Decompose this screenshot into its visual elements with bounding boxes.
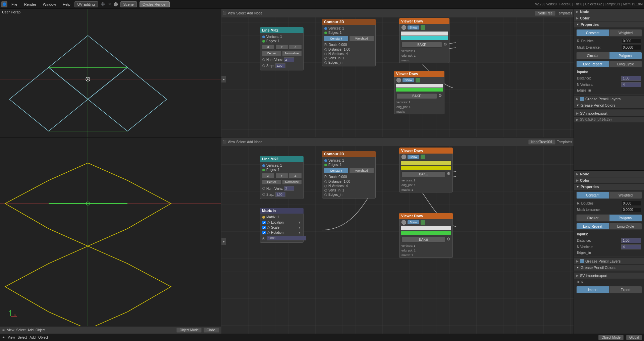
center-btn-top[interactable]: Center (262, 51, 281, 56)
sv-import-header-bottom[interactable]: ▶ SV import/export (574, 273, 644, 279)
line-mk2-node-bottom[interactable]: Line MK2 Vertices: 1 Edges: 1 X Y Z (260, 156, 304, 199)
circular-btn-top[interactable]: Circular (576, 52, 609, 59)
bottom-object[interactable]: Object (38, 336, 48, 339)
gp-layers-checkbox-top[interactable] (580, 97, 584, 101)
contour-2d-node-top[interactable]: Contour 2D Vertices: 1 Edges: 1 Constant… (322, 19, 376, 66)
node-menu-top[interactable]: Node (254, 11, 262, 15)
object-menu[interactable]: Object (36, 328, 45, 332)
bottom-select[interactable]: Select (18, 336, 27, 339)
view-menu-top[interactable]: View (228, 11, 235, 15)
viewport-3d[interactable]: User Persp (0, 9, 221, 334)
add-menu[interactable]: Add (28, 328, 34, 332)
templates-bottom[interactable]: Templates (557, 140, 572, 144)
normalize-btn-top[interactable]: Normalize (282, 51, 302, 56)
node-editor-top[interactable]: ⬛ View Select Add Node NodeTree Template… (221, 9, 574, 137)
z-btn-top[interactable]: Z (289, 44, 302, 50)
scene-selector[interactable]: Scene (120, 1, 137, 7)
select-menu[interactable]: Select (16, 328, 26, 332)
long-repeat-btn-top[interactable]: Long Repeat (576, 61, 609, 67)
settings-icon-top[interactable]: ⚙ (443, 42, 447, 48)
nverts-input-top[interactable] (621, 82, 641, 87)
constant-btn-bottom-prop[interactable]: Constant (576, 191, 609, 199)
step-input-top[interactable] (275, 63, 285, 68)
bnumverts-input[interactable] (284, 186, 294, 191)
settings-icon-mid[interactable]: ⚙ (438, 93, 442, 99)
y-btn-top[interactable]: Y (275, 44, 288, 50)
weighted-btn-top-prop[interactable]: Weighted (609, 29, 642, 37)
node-section-header-top[interactable]: ▶ Node (574, 9, 644, 15)
line-mk2-node-top[interactable]: Line MK2 Vertices: 1 Edges: 1 X Y Z (260, 27, 304, 70)
show-btn-top[interactable]: Show (408, 25, 419, 30)
editor-type[interactable]: UV Editing (74, 1, 98, 7)
gp-colors-header-top[interactable]: ▼ Grease Pencil Colors (574, 102, 644, 109)
nodetree-selector-top[interactable]: NodeTree (535, 11, 555, 16)
r-doubles-input-top[interactable] (621, 39, 641, 44)
constant-btn-top-prop[interactable]: Constant (576, 29, 609, 37)
export-btn[interactable]: Export (609, 286, 642, 293)
bottom-view[interactable]: View (8, 336, 15, 339)
mask-tol-input-top[interactable] (621, 45, 641, 50)
x-icon[interactable]: ✕ (108, 2, 111, 6)
x-btn-top[interactable]: X (262, 44, 275, 50)
sv-import-header-top[interactable]: ▶ SV import/export (574, 110, 644, 117)
gp-layers-checkbox-bottom[interactable] (580, 259, 584, 263)
by-btn[interactable]: Y (275, 173, 288, 178)
viewer-draw-bottom-btm[interactable]: Viewer Draw Show BAKE ⚙ vertices: 1 edg_… (399, 213, 453, 258)
properties-section-header-top[interactable]: ▼ Properties (574, 21, 644, 28)
add-menu-top[interactable]: Add (247, 11, 253, 15)
constant-btn-c2d-top[interactable]: Constant (324, 36, 348, 41)
view-menu-bottom[interactable]: View (228, 140, 235, 144)
viewer-draw-bottom-top[interactable]: Viewer Draw Show BAKE ⚙ vertices: 1 edg_… (399, 148, 453, 192)
poligonal-btn-top[interactable]: Poligonal (609, 52, 642, 59)
view-menu[interactable]: View (7, 328, 14, 332)
top-menu[interactable]: File Render Window Help (10, 2, 72, 7)
add-menu-bottom[interactable]: Add (247, 140, 253, 144)
bake-btn-top[interactable]: BAKE (401, 42, 442, 48)
scale-checkbox[interactable] (262, 226, 266, 229)
menu-file[interactable]: File (10, 2, 19, 7)
gp-layers-header-top[interactable]: ▶ Grease Pencil Layers (574, 96, 644, 102)
show-btn-mid[interactable]: Show (402, 78, 414, 82)
bcenter-btn[interactable]: Center (262, 179, 281, 185)
bottom-global[interactable]: Global (626, 335, 642, 340)
distance-input-top[interactable] (621, 76, 641, 81)
import-btn[interactable]: Import (576, 286, 609, 293)
node-section-header-bottom[interactable]: ▶ Node (574, 171, 644, 177)
show-toggle-btop[interactable] (401, 155, 406, 159)
long-repeat-btn-bottom[interactable]: Long Repeat (576, 223, 609, 230)
settings-icon-btop[interactable]: ⚙ (447, 171, 450, 177)
menu-help[interactable]: Help (61, 2, 72, 7)
menu-render[interactable]: Render (23, 2, 38, 7)
bake-btn-mid[interactable]: BAKE (396, 93, 437, 99)
view-icon[interactable]: 👁 (2, 329, 5, 332)
weighted-btn-c2d-top[interactable]: Weighted (349, 36, 374, 41)
left-arrow-top[interactable]: ▶ (221, 76, 226, 82)
location-checkbox[interactable] (262, 221, 266, 224)
node-editor-bottom[interactable]: ⬛ View Select Add Node NodeTree:001 Temp… (221, 137, 574, 334)
object-mode-selector[interactable]: Object Mode (176, 328, 202, 333)
global-selector[interactable]: Global (204, 328, 219, 333)
color-section-header-bottom[interactable]: ▶ Color (574, 177, 644, 184)
bnormalize-btn[interactable]: Normalize (282, 179, 302, 185)
properties-section-header-bottom[interactable]: ▼ Properties (574, 184, 644, 190)
render-engine[interactable]: Cycles Render (140, 1, 170, 7)
a-input[interactable] (267, 236, 306, 240)
bx-btn[interactable]: X (262, 173, 275, 178)
show-toggle-mid[interactable] (396, 78, 401, 82)
nodetree-selector-bottom[interactable]: NodeTree:001 (528, 139, 556, 145)
show-btn-bbtm[interactable]: Show (408, 220, 419, 224)
bake-btn-bbtm[interactable]: BAKE (401, 237, 445, 242)
weighted-btn-bottom-prop[interactable]: Weighted (609, 191, 642, 199)
show-toggle-bbtm[interactable] (401, 220, 406, 225)
viewport-top[interactable]: User Persp (0, 9, 221, 137)
bz-btn[interactable]: Z (289, 173, 302, 178)
contour-2d-node-bottom[interactable]: Contour 2D Vertices: 1 Edges: 1 Constant… (322, 151, 376, 198)
long-cycle-btn-top[interactable]: Long Cycle (609, 61, 642, 67)
bake-btn-btop[interactable]: BAKE (401, 171, 445, 177)
r-doubles-input-bottom[interactable] (621, 201, 641, 206)
color-section-header-top[interactable]: ▶ Color (574, 15, 644, 21)
settings-icon-bbtm[interactable]: ⚙ (447, 237, 450, 242)
poligonal-btn-bottom[interactable]: Poligonal (609, 214, 642, 222)
viewport-bottom[interactable]: X Y (1) (0, 138, 221, 334)
select-menu-top[interactable]: Select (236, 11, 246, 15)
